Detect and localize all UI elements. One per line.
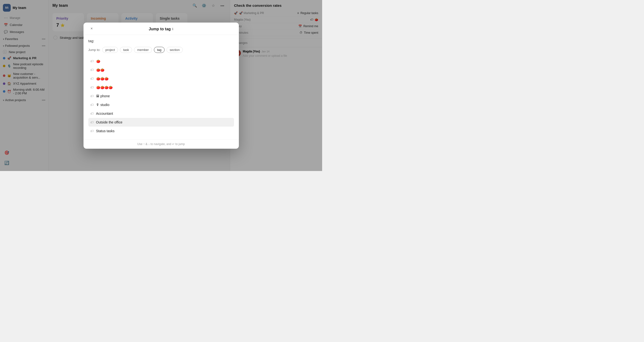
- tag-name: 🍅🍅: [96, 68, 104, 72]
- tag-name: 🍅: [96, 59, 100, 63]
- tag-row-9[interactable]: 🏷 Status tasks: [88, 127, 234, 135]
- jump-to-row: Jump to: project task member tag section: [88, 47, 234, 53]
- app-wrapper: Mt My team ⋯ Manage 📅 Calendar 💬 Message…: [0, 0, 322, 171]
- tag-name: Status tasks: [96, 129, 114, 133]
- jump-to-label: Jump to:: [88, 48, 100, 52]
- modal-overlay[interactable]: × Jump to tag ℹ tag: Jump to: project ta…: [0, 0, 322, 171]
- tag-input-row: tag:: [88, 39, 234, 43]
- info-icon: ℹ: [172, 27, 173, 31]
- tag-row-6[interactable]: 🏷 🎙 studio: [88, 100, 234, 109]
- jump-chip-member[interactable]: member: [134, 47, 152, 53]
- modal-header: × Jump to tag ℹ: [84, 22, 239, 35]
- modal-close-button[interactable]: ×: [88, 25, 95, 32]
- jump-chip-tag[interactable]: tag: [154, 47, 164, 53]
- tag-name: 🎙 studio: [96, 103, 110, 107]
- tag-list-icon: 🏷: [90, 77, 94, 80]
- modal-footer: Use ↑ & ↓ to navigate, and ↵ to jump: [84, 139, 239, 149]
- tag-name: Outside the office: [96, 120, 122, 124]
- tag-list-icon: 🏷: [90, 94, 94, 98]
- tag-list-icon: 🏷: [90, 120, 94, 124]
- tag-row-7[interactable]: 🏷 Accountant: [88, 109, 234, 118]
- modal-body: tag: Jump to: project task member tag se…: [84, 35, 239, 139]
- tag-list-icon: 🏷: [90, 112, 94, 115]
- tag-name: 🍅🍅🍅🍅: [96, 85, 113, 89]
- jump-chip-section[interactable]: section: [166, 47, 183, 53]
- tag-list-icon: 🏷: [90, 103, 94, 107]
- tag-prefix-label: tag:: [88, 39, 94, 43]
- tag-name: 🏛 phone: [96, 94, 110, 98]
- tag-list-icon: 🏷: [90, 68, 94, 72]
- tag-list-icon: 🏷: [90, 59, 94, 63]
- tag-list: 🏷 🍅 🏷 🍅🍅 🏷 🍅🍅🍅 🏷 🍅🍅🍅🍅: [88, 57, 234, 135]
- tag-row-1[interactable]: 🏷 🍅: [88, 57, 234, 65]
- modal-footer-text: Use ↑ & ↓ to navigate, and ↵ to jump: [137, 142, 185, 146]
- modal-title: Jump to tag ℹ: [149, 27, 174, 31]
- jump-chip-project[interactable]: project: [102, 47, 118, 53]
- jump-to-tag-modal: × Jump to tag ℹ tag: Jump to: project ta…: [84, 22, 239, 149]
- tag-name: 🍅🍅🍅: [96, 77, 108, 80]
- tag-name: Accountant: [96, 112, 113, 115]
- tag-row-2[interactable]: 🏷 🍅🍅: [88, 65, 234, 74]
- jump-chip-task[interactable]: task: [120, 47, 132, 53]
- tag-row-5[interactable]: 🏷 🏛 phone: [88, 92, 234, 100]
- tag-row-4[interactable]: 🏷 🍅🍅🍅🍅: [88, 83, 234, 92]
- tag-row-3[interactable]: 🏷 🍅🍅🍅: [88, 74, 234, 83]
- tag-list-icon: 🏷: [90, 129, 94, 133]
- tag-list-icon: 🏷: [90, 85, 94, 89]
- tag-row-8[interactable]: 🏷 Outside the office: [88, 118, 234, 127]
